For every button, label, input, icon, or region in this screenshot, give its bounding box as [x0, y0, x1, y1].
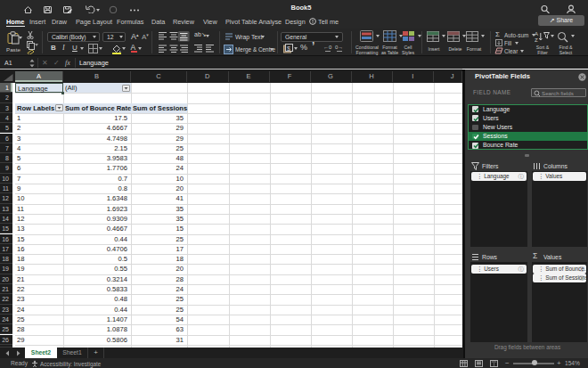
svg-text:0→: 0→: [335, 45, 343, 50]
svg-text:Z: Z: [535, 37, 538, 43]
svg-text:A: A: [535, 31, 538, 37]
svg-text:←0: ←0: [323, 45, 332, 50]
svg-text:$: $: [287, 45, 290, 52]
